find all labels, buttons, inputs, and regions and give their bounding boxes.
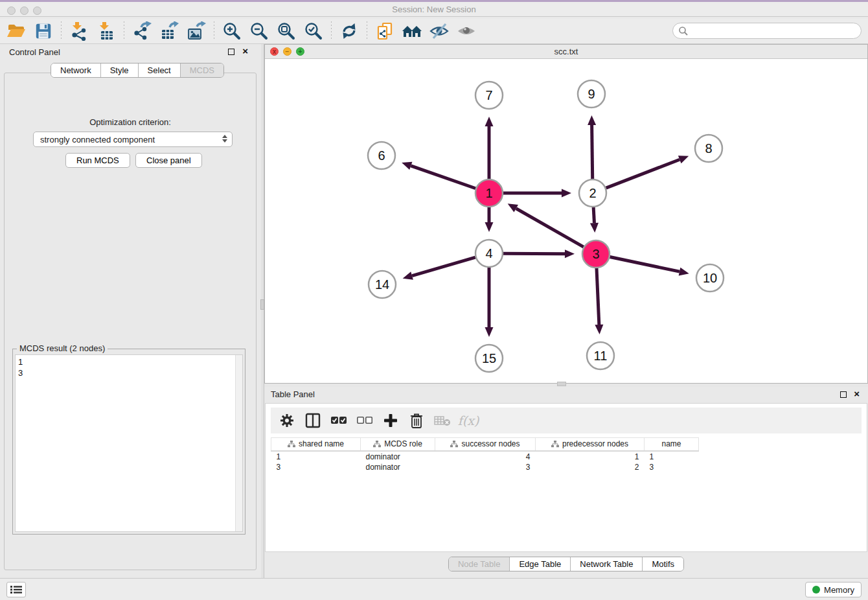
search-box <box>672 23 862 39</box>
open-file-icon[interactable] <box>5 21 27 41</box>
zoom-out-icon[interactable] <box>248 21 270 41</box>
tab-style[interactable]: Style <box>101 63 139 77</box>
toolbar-separator <box>124 21 124 41</box>
open-network-file-icon[interactable] <box>374 21 396 41</box>
select-all-icon[interactable] <box>330 412 347 429</box>
memory-label: Memory <box>824 585 854 595</box>
columns-icon[interactable] <box>304 412 321 429</box>
arrowhead-icon <box>562 189 571 198</box>
delete-list-icon <box>434 412 451 429</box>
graph-edge-2-8[interactable] <box>606 159 680 188</box>
task-history-button[interactable] <box>6 582 26 597</box>
result-item[interactable]: 1 <box>18 356 240 367</box>
criterion-value: strongly connected component <box>40 135 155 144</box>
tab-node-table[interactable]: Node Table <box>449 557 510 571</box>
tab-network[interactable]: Network <box>51 63 101 77</box>
zoom-in-icon[interactable] <box>221 21 243 41</box>
table-row[interactable]: 3 dominator 3 2 3 <box>271 462 699 473</box>
chevron-up-down-icon <box>222 135 227 143</box>
graph-edge-4-3[interactable] <box>503 253 565 254</box>
graph-node-label: 6 <box>378 148 385 163</box>
import-network-icon[interactable] <box>68 21 90 41</box>
import-table-icon[interactable] <box>95 21 117 41</box>
toolbar-separator <box>331 21 332 41</box>
search-icon <box>678 26 689 36</box>
graph-edge-3-1[interactable] <box>516 209 584 247</box>
arrowhead-icon <box>402 162 412 170</box>
splitter-grip[interactable] <box>557 382 566 386</box>
table-header-row: shared name MCDS role successor nodes pr… <box>271 438 699 451</box>
graph-node-label: 1 <box>485 186 492 200</box>
trash-icon[interactable] <box>408 412 425 429</box>
unselect-all-icon[interactable] <box>356 412 373 429</box>
mcds-result-title: MCDS result (2 nodes) <box>17 343 108 353</box>
column-header-shared-name[interactable]: shared name <box>271 438 361 451</box>
gear-icon[interactable] <box>279 412 295 429</box>
control-panel-header: Control Panel × <box>0 44 261 61</box>
graph-node-label: 2 <box>589 186 596 200</box>
show-eye-icon[interactable] <box>455 21 477 41</box>
graph-node-label: 8 <box>705 141 712 156</box>
mcds-result-list[interactable]: 1 3 <box>15 354 243 532</box>
save-session-icon[interactable] <box>32 21 54 41</box>
export-table-icon[interactable] <box>158 21 180 41</box>
float-panel-icon[interactable] <box>840 391 847 398</box>
toolbar-separator <box>367 21 367 41</box>
table-row[interactable]: 1 dominator 4 1 1 <box>271 451 699 462</box>
window-title: Session: New Session <box>0 5 868 14</box>
close-panel-button[interactable]: Close panel <box>135 153 202 168</box>
column-header-predecessor-nodes[interactable]: predecessor nodes <box>536 438 645 451</box>
graph-node-label: 15 <box>482 351 496 365</box>
fit-content-icon[interactable] <box>275 21 297 41</box>
close-panel-icon[interactable]: × <box>854 388 860 400</box>
tab-edge-table[interactable]: Edge Table <box>510 557 571 571</box>
column-header-mcds-role[interactable]: MCDS role <box>361 438 435 451</box>
graph-edge-4-14[interactable] <box>412 257 475 275</box>
list-icon <box>10 585 22 594</box>
graph-edge-3-11[interactable] <box>597 268 599 325</box>
float-panel-icon[interactable] <box>228 49 234 55</box>
hide-eye-icon[interactable] <box>428 21 450 41</box>
table-panel-header: Table Panel × <box>264 387 868 402</box>
window-titlebar: Session: New Session <box>0 0 868 17</box>
tree-icon <box>551 441 559 448</box>
graph-edge-3-10[interactable] <box>610 257 680 272</box>
tab-motifs[interactable]: Motifs <box>643 557 683 571</box>
zoom-selected-icon[interactable] <box>303 21 325 41</box>
result-scrollbar[interactable] <box>235 355 242 531</box>
arrowhead-icon <box>595 325 603 334</box>
graph-node-label: 14 <box>375 277 389 292</box>
table-toolbar: f(x) <box>271 408 862 433</box>
network-canvas[interactable]: 7968124314101511 <box>265 59 867 384</box>
tree-icon <box>288 441 295 448</box>
column-header-successor-nodes[interactable]: successor nodes <box>435 438 536 451</box>
graph-edge-2-3[interactable] <box>593 207 594 223</box>
home-icon[interactable] <box>401 21 423 41</box>
result-item[interactable]: 3 <box>18 367 240 378</box>
tab-network-table[interactable]: Network Table <box>571 557 643 571</box>
memory-button[interactable]: Memory <box>805 582 862 597</box>
arrowhead-icon <box>678 156 689 163</box>
criterion-select[interactable]: strongly connected component <box>33 132 233 147</box>
run-mcds-button[interactable]: Run MCDS <box>65 153 130 168</box>
control-panel: Control Panel × Network Style Select MCD… <box>0 44 261 578</box>
arrowhead-icon <box>679 268 689 276</box>
graph-edge-1-6[interactable] <box>411 166 475 189</box>
graph-edge-2-9[interactable] <box>592 125 593 179</box>
column-header-name[interactable]: name <box>645 438 699 451</box>
memory-status-icon <box>812 586 820 594</box>
export-network-icon[interactable] <box>131 21 153 41</box>
tab-mcds[interactable]: MCDS <box>181 63 223 77</box>
control-panel-tabs: Network Style Select MCDS <box>51 63 224 78</box>
node-table: shared name MCDS role successor nodes pr… <box>271 437 699 473</box>
refresh-icon[interactable] <box>338 21 360 41</box>
arrowhead-icon <box>588 115 596 125</box>
search-input[interactable] <box>672 23 862 39</box>
export-image-icon[interactable] <box>185 21 207 41</box>
graph-node-label: 10 <box>703 271 717 285</box>
main-toolbar <box>0 19 868 44</box>
add-icon[interactable] <box>382 412 399 429</box>
tab-select[interactable]: Select <box>139 63 181 77</box>
close-panel-icon[interactable]: × <box>242 45 248 57</box>
toolbar-separator <box>214 21 214 41</box>
